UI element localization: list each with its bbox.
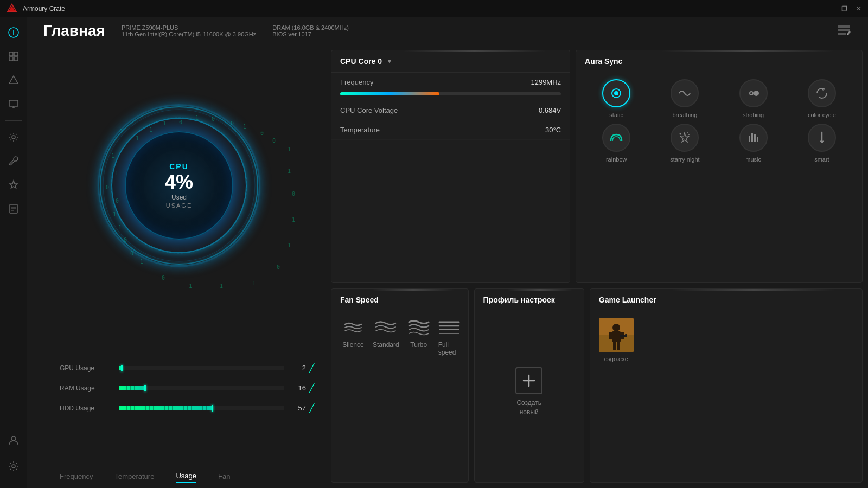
usage-bars: GPU Usage 2 ╱ RAM Usage	[60, 363, 320, 423]
maximize-button[interactable]: ❐	[841, 5, 847, 12]
aura-mode-color-cycle[interactable]: color cycle	[790, 79, 853, 118]
fan-options: Silence Standard	[331, 309, 468, 365]
svg-rect-37	[757, 137, 758, 142]
fan-mode-standard[interactable]: Standard	[373, 318, 399, 356]
sidebar-item-pin[interactable]	[3, 174, 24, 196]
svg-point-17	[11, 436, 16, 441]
tab-temperature[interactable]: Temperature	[114, 470, 154, 483]
svg-point-12	[12, 136, 15, 139]
profile-title: Профиль настроек	[483, 296, 555, 304]
sidebar: i	[0, 17, 27, 488]
header-left: Главная PRIME Z590M-PLUS 11th Gen Intel(…	[43, 22, 349, 40]
aura-sync-header: Aura Sync	[576, 50, 862, 70]
settings-icon	[8, 132, 19, 143]
header: Главная PRIME Z590M-PLUS 11th Gen Intel(…	[27, 17, 868, 44]
info-icon: i	[8, 27, 20, 38]
boost-icon	[8, 75, 19, 86]
aura-mode-starry-night[interactable]: starry night	[653, 124, 716, 163]
fan-full-speed-icon	[438, 318, 460, 337]
hdd-usage-value: 57	[290, 404, 306, 412]
wrench-icon	[8, 156, 19, 166]
top-panels-row: CPU Core 0 ▼ Frequency 1299MHz CPU Core …	[331, 50, 863, 283]
sidebar-item-settings[interactable]	[3, 126, 24, 148]
aura-mode-music[interactable]: music	[722, 124, 785, 163]
create-profile-label: Создатьновый	[516, 399, 541, 417]
aura-sync-card: Aura Sync static	[576, 50, 863, 283]
cpu-usage-text: USAGE	[166, 202, 193, 209]
temperature-value: 30°C	[545, 126, 561, 134]
cpu-label: CPU	[169, 162, 189, 171]
aura-mode-static[interactable]: static	[585, 79, 648, 118]
svg-rect-35	[751, 133, 753, 142]
titlebar-left: Armoury Crate	[7, 3, 65, 14]
game-launcher-header: Game Launcher	[590, 289, 862, 309]
page-icon	[8, 203, 19, 214]
svg-point-32	[688, 134, 690, 135]
tab-frequency[interactable]: Frequency	[60, 470, 93, 483]
sidebar-item-info[interactable]: i	[3, 22, 24, 43]
game-thumb-csgo	[599, 318, 634, 352]
tab-fan[interactable]: Fan	[218, 470, 230, 483]
grid-icon	[8, 51, 19, 62]
fan-full-speed-label: Full speed	[438, 341, 460, 356]
gear-icon	[8, 460, 20, 472]
tab-usage[interactable]: Usage	[176, 470, 196, 483]
frequency-label: Frequency	[340, 78, 373, 86]
svg-point-18	[12, 465, 15, 468]
frequency-row: Frequency 1299MHz	[331, 73, 570, 92]
dram-info: DRAM (16.0GB & 2400MHz)	[272, 24, 349, 31]
svg-text:i: i	[12, 29, 14, 36]
pin-icon	[8, 179, 19, 190]
aura-smart-icon	[808, 124, 836, 152]
svg-rect-52	[613, 342, 616, 350]
close-button[interactable]: ✕	[856, 5, 861, 12]
aura-sync-title: Aura Sync	[585, 57, 622, 66]
gpu-usage-fill	[119, 366, 123, 370]
svg-rect-53	[617, 342, 620, 350]
svg-rect-39	[821, 142, 823, 143]
svg-rect-5	[14, 52, 18, 56]
sidebar-item-user[interactable]	[3, 429, 24, 451]
sidebar-item-tools[interactable]	[3, 150, 24, 172]
titlebar: Armoury Crate — ❐ ✕	[0, 0, 868, 17]
game-item-csgo[interactable]: csgo.exe	[599, 318, 634, 362]
aura-mode-rainbow[interactable]: rainbow	[585, 124, 648, 163]
create-profile-button[interactable]	[515, 367, 542, 394]
sidebar-item-display[interactable]	[3, 93, 24, 115]
gpu-usage-label: GPU Usage	[60, 364, 114, 372]
cpu-core-dropdown-icon[interactable]: ▼	[386, 57, 393, 65]
svg-rect-36	[754, 134, 756, 142]
fan-mode-turbo[interactable]: Turbo	[408, 318, 430, 356]
content-area: 0 1 1 0 0 1 1 1 0 0 1 1 0 1 1 0 0 1 1 1	[27, 44, 868, 488]
aura-mode-strobing[interactable]: strobing	[722, 79, 785, 118]
aura-mode-breathing[interactable]: breathing	[653, 79, 716, 118]
profile-card: Профиль настроек Создатьновый	[474, 288, 584, 483]
edit-icon[interactable]	[837, 23, 852, 38]
svg-rect-34	[749, 136, 750, 142]
fan-mode-full-speed[interactable]: Full speed	[438, 318, 460, 356]
fan-speed-header: Fan Speed	[331, 289, 468, 309]
titlebar-controls: — ❐ ✕	[826, 5, 861, 12]
app-logo-icon	[7, 3, 17, 14]
frequency-value: 1299MHz	[531, 78, 561, 86]
ram-usage-value: 16	[290, 384, 306, 392]
sidebar-item-gear[interactable]	[3, 455, 24, 477]
sidebar-item-boost[interactable]	[3, 69, 24, 91]
cpu-percent: 4%	[165, 171, 193, 194]
sidebar-item-grid[interactable]	[3, 46, 24, 67]
aura-breathing-icon	[671, 79, 699, 107]
aura-icons-grid: static breathing	[576, 70, 862, 171]
svg-rect-50	[609, 332, 613, 339]
header-right	[837, 23, 852, 38]
svg-marker-30	[680, 132, 689, 142]
game-launcher-title: Game Launcher	[599, 296, 656, 304]
svg-point-28	[754, 91, 759, 96]
sidebar-item-page[interactable]	[3, 198, 24, 220]
aura-strobing-icon	[739, 79, 768, 107]
bios-info: BIOS ver.1017	[272, 31, 349, 37]
fan-turbo-icon	[408, 318, 430, 337]
gpu-usage-track	[119, 366, 284, 370]
minimize-button[interactable]: —	[826, 5, 833, 12]
aura-mode-smart[interactable]: smart	[790, 124, 853, 163]
fan-mode-silence[interactable]: Silence	[342, 318, 364, 356]
